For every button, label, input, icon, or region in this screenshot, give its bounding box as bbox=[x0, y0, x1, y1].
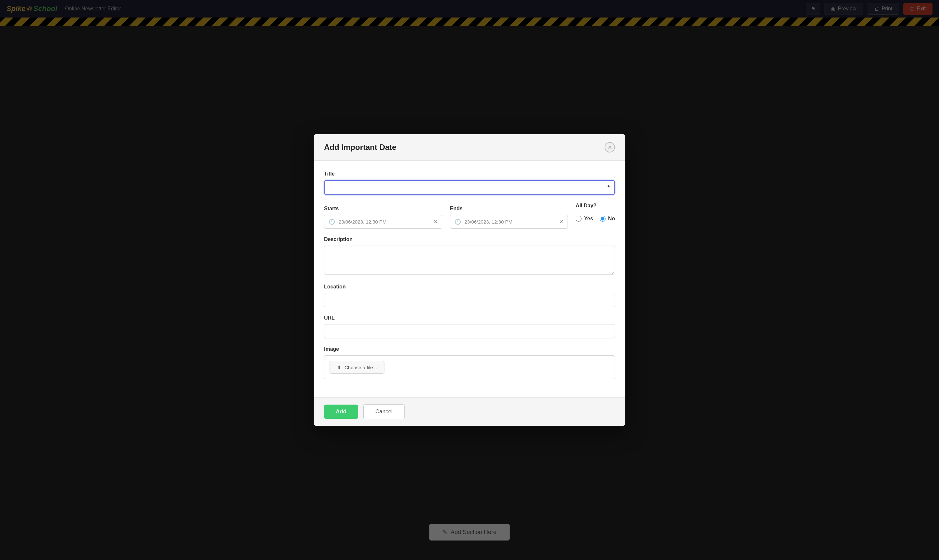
allday-label: All Day? bbox=[576, 203, 615, 209]
title-input[interactable] bbox=[324, 180, 615, 195]
modal: Add Important Date ✕ Title * Starts bbox=[314, 134, 625, 426]
url-field-group: URL bbox=[324, 315, 615, 338]
image-field-group: Image ⬆ Choose a file... bbox=[324, 346, 615, 379]
allday-yes-radio[interactable] bbox=[576, 216, 581, 222]
allday-group: All Day? Yes No bbox=[576, 203, 615, 229]
date-row: Starts 🕐 ✕ Ends 🕐 ✕ bbox=[324, 203, 615, 229]
modal-header: Add Important Date ✕ bbox=[314, 134, 625, 161]
allday-no-radio[interactable] bbox=[600, 216, 606, 222]
title-label: Title bbox=[324, 171, 615, 177]
ends-input[interactable] bbox=[450, 215, 568, 229]
add-button[interactable]: Add bbox=[324, 405, 358, 419]
location-field-group: Location bbox=[324, 284, 615, 307]
cancel-button[interactable]: Cancel bbox=[363, 404, 405, 419]
choose-file-button[interactable]: ⬆ Choose a file... bbox=[330, 361, 384, 374]
close-icon: ✕ bbox=[608, 145, 612, 151]
clock-icon-starts: 🕐 bbox=[328, 218, 335, 225]
description-label: Description bbox=[324, 237, 615, 242]
url-input[interactable] bbox=[324, 324, 615, 338]
description-textarea[interactable] bbox=[324, 246, 615, 275]
starts-label: Starts bbox=[324, 206, 442, 212]
title-field-group: Title * bbox=[324, 171, 615, 195]
required-star: * bbox=[607, 184, 610, 191]
modal-close-button[interactable]: ✕ bbox=[604, 142, 615, 152]
url-label: URL bbox=[324, 315, 615, 321]
ends-required-star: ✕ bbox=[559, 218, 563, 225]
allday-no-label[interactable]: No bbox=[600, 216, 615, 222]
allday-options: Yes No bbox=[576, 212, 615, 229]
starts-input[interactable] bbox=[324, 215, 442, 229]
location-label: Location bbox=[324, 284, 615, 290]
upload-icon: ⬆ bbox=[337, 365, 341, 370]
ends-group: Ends 🕐 ✕ bbox=[450, 206, 568, 229]
ends-label: Ends bbox=[450, 206, 568, 212]
image-label: Image bbox=[324, 346, 615, 352]
ends-input-wrapper: 🕐 ✕ bbox=[450, 215, 568, 229]
modal-title: Add Important Date bbox=[324, 143, 396, 152]
modal-body: Title * Starts 🕐 ✕ bbox=[314, 161, 625, 397]
modal-overlay: Add Important Date ✕ Title * Starts bbox=[0, 0, 939, 560]
starts-required-star: ✕ bbox=[433, 218, 438, 225]
description-field-group: Description bbox=[324, 237, 615, 276]
modal-footer: Add Cancel bbox=[314, 397, 625, 426]
starts-input-wrapper: 🕐 ✕ bbox=[324, 215, 442, 229]
title-input-wrapper: * bbox=[324, 180, 615, 195]
starts-group: Starts 🕐 ✕ bbox=[324, 206, 442, 229]
clock-icon-ends: 🕐 bbox=[455, 218, 461, 225]
allday-yes-label[interactable]: Yes bbox=[576, 216, 593, 222]
location-input[interactable] bbox=[324, 293, 615, 307]
image-area: ⬆ Choose a file... bbox=[324, 355, 615, 379]
